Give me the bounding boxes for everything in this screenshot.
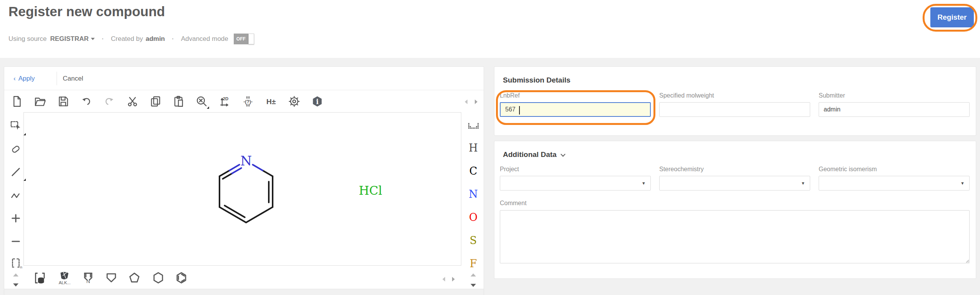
submitter-input[interactable] bbox=[819, 102, 970, 117]
new-document-icon[interactable] bbox=[10, 94, 24, 109]
dropdown-caret-icon: ▼ bbox=[642, 181, 646, 185]
svg-text:N: N bbox=[86, 278, 90, 284]
nitrogen-atom-label: N bbox=[240, 153, 252, 169]
template-cyclopentane-icon[interactable] bbox=[127, 270, 142, 286]
functional-groups-icon[interactable]: ALK... bbox=[57, 270, 72, 286]
additional-data-card: Additional Data Project ▼ Stereochemistr… bbox=[494, 141, 976, 279]
left-scroll-down-icon[interactable] bbox=[13, 283, 18, 287]
source-dropdown[interactable]: REGISTRAR bbox=[50, 35, 89, 43]
templates-scroll-left-icon[interactable] bbox=[442, 277, 445, 282]
template-cyclopentadiene-icon[interactable] bbox=[104, 270, 119, 286]
submitter-field: Submitter bbox=[819, 92, 970, 117]
atom-s-button[interactable]: S bbox=[466, 234, 481, 248]
apply-chevron-icon: ‹ bbox=[13, 75, 16, 83]
project-select[interactable]: ▼ bbox=[500, 176, 651, 190]
salts-and-solvents-icon[interactable] bbox=[32, 270, 48, 286]
svg-text:ALK...: ALK... bbox=[59, 280, 71, 285]
flyout-corner bbox=[207, 106, 209, 109]
atom-f-button[interactable]: F bbox=[466, 257, 481, 271]
stereochemistry-field: Stereochemistry ▼ bbox=[659, 166, 810, 190]
template-benzene-icon[interactable] bbox=[174, 270, 189, 286]
created-by-label: Created by bbox=[111, 35, 143, 43]
geometric-isomerism-field: Geometric isomerism ▼ bbox=[819, 166, 970, 190]
svg-text:H±: H± bbox=[266, 97, 276, 105]
source-caret-icon[interactable] bbox=[91, 38, 95, 40]
undo-icon[interactable] bbox=[79, 94, 94, 109]
editor-tabbar: ‹ Apply Cancel bbox=[4, 67, 484, 90]
left-scroll-up-icon[interactable] bbox=[13, 273, 18, 276]
register-button[interactable]: Register bbox=[930, 7, 974, 27]
advanced-mode-state: OFF bbox=[234, 34, 248, 44]
comment-label: Comment bbox=[500, 200, 970, 207]
separator: · bbox=[172, 35, 174, 43]
molecule-canvas[interactable]: N HCl bbox=[23, 112, 461, 266]
settings-gear-icon[interactable] bbox=[287, 94, 302, 109]
clean-up-icon[interactable]: -(?)- bbox=[241, 94, 255, 109]
charge-minus-icon[interactable] bbox=[9, 235, 22, 248]
collapse-chevron-icon[interactable] bbox=[561, 152, 566, 157]
add-remove-hydrogens-icon[interactable]: H± bbox=[264, 94, 278, 109]
stereochemistry-select[interactable]: ▼ bbox=[659, 176, 810, 190]
molweight-input[interactable] bbox=[659, 102, 810, 117]
editor-status-strip bbox=[4, 289, 484, 295]
atoms-scroll-up-icon[interactable] bbox=[471, 273, 476, 276]
svg-text:-(?)-: -(?)- bbox=[243, 99, 252, 104]
atom-h-button[interactable]: H bbox=[466, 141, 481, 155]
cancel-button[interactable]: Cancel bbox=[63, 67, 83, 90]
geometric-isomerism-select[interactable]: ▼ bbox=[819, 176, 970, 190]
hcl-fragment-label: HCl bbox=[359, 184, 382, 197]
toolbar-scroll-right-icon[interactable] bbox=[475, 99, 477, 104]
select-rectangle-icon[interactable] bbox=[9, 119, 22, 132]
templates-scroll-right-icon[interactable] bbox=[452, 277, 455, 282]
layout-2d-icon[interactable]: 2D bbox=[218, 94, 232, 109]
project-label: Project bbox=[500, 166, 651, 173]
structure-editor: ‹ Apply Cancel bbox=[4, 66, 484, 295]
periodic-table-icon[interactable] bbox=[468, 123, 479, 131]
separator: · bbox=[102, 35, 104, 43]
paste-icon[interactable] bbox=[171, 94, 186, 109]
toolbar-scroll-left-icon[interactable] bbox=[465, 99, 467, 104]
dropdown-caret-icon: ▼ bbox=[960, 181, 965, 185]
page-title: Register new compound bbox=[8, 4, 165, 19]
molweight-field: Specified molweight bbox=[659, 92, 810, 117]
text-cursor bbox=[519, 106, 520, 115]
save-icon[interactable] bbox=[56, 94, 70, 109]
s-group-icon[interactable]: n bbox=[9, 256, 22, 270]
molecule-pyridine-hcl: N HCl bbox=[24, 113, 461, 265]
apply-button[interactable]: ‹ Apply bbox=[13, 67, 35, 90]
redo-icon[interactable] bbox=[102, 94, 117, 109]
geometric-isomerism-label: Geometric isomerism bbox=[819, 166, 970, 173]
additional-data-title: Additional Data bbox=[503, 150, 556, 159]
lnbref-label: LnbRef bbox=[500, 92, 651, 99]
erase-icon[interactable] bbox=[9, 142, 22, 155]
created-by-value: admin bbox=[146, 35, 165, 43]
molweight-label: Specified molweight bbox=[659, 92, 810, 99]
submission-details-title: Submission Details bbox=[503, 76, 570, 84]
submitter-label: Submitter bbox=[819, 92, 970, 99]
bond-single-icon[interactable] bbox=[9, 165, 22, 179]
lnbref-field: LnbRef bbox=[500, 92, 651, 117]
copy-icon[interactable] bbox=[148, 94, 163, 109]
atoms-scroll-down-icon[interactable] bbox=[471, 284, 476, 287]
lnbref-input[interactable] bbox=[500, 102, 651, 117]
open-icon[interactable] bbox=[33, 94, 47, 109]
template-cyclohexane-icon[interactable] bbox=[151, 270, 166, 286]
svg-text:2D: 2D bbox=[223, 96, 228, 101]
cut-icon[interactable] bbox=[125, 94, 140, 109]
flyout-corner bbox=[23, 133, 26, 135]
advanced-mode-toggle[interactable]: OFF bbox=[234, 34, 254, 44]
comment-textarea[interactable] bbox=[500, 210, 970, 263]
zoom-reset-icon[interactable] bbox=[194, 94, 209, 109]
register-compound-page: Register new compound Using source REGIS… bbox=[0, 0, 980, 295]
atom-n-button[interactable]: N bbox=[466, 187, 481, 201]
chain-icon[interactable] bbox=[9, 189, 22, 202]
atom-o-button[interactable]: O bbox=[466, 211, 481, 224]
atom-c-button[interactable]: C bbox=[466, 164, 481, 178]
advanced-mode-label: Advanced mode bbox=[181, 35, 228, 43]
svg-text:i: i bbox=[316, 97, 319, 105]
charge-plus-icon[interactable] bbox=[9, 212, 22, 225]
svg-text:n: n bbox=[20, 265, 22, 269]
template-pyrrole-icon[interactable]: N bbox=[80, 270, 96, 286]
about-info-icon[interactable]: i bbox=[310, 94, 325, 109]
stereochemistry-label: Stereochemistry bbox=[659, 166, 810, 173]
